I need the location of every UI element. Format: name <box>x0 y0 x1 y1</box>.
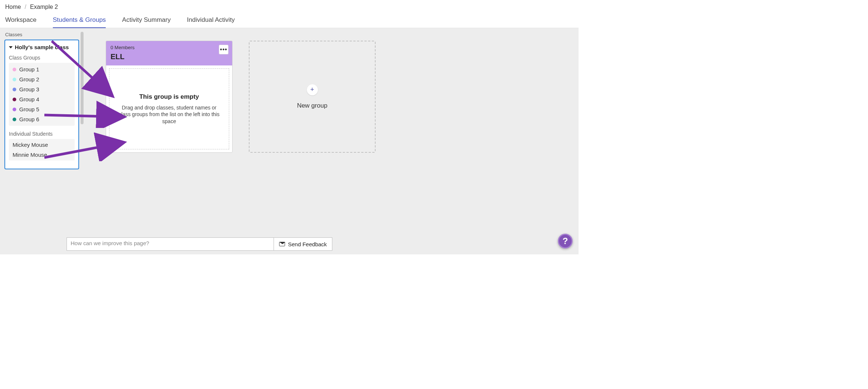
plus-icon: + <box>307 84 318 95</box>
group-label: Group 6 <box>19 116 39 122</box>
list-item[interactable]: Group 3 <box>9 84 75 94</box>
breadcrumb-separator: / <box>25 4 26 10</box>
tab-individual-activity[interactable]: Individual Activity <box>187 14 235 28</box>
class-toggle[interactable]: Holly's sample class <box>9 44 75 50</box>
color-swatch <box>13 78 16 81</box>
class-groups-list: Group 1 Group 2 Group 3 Group 4 Group 5 <box>9 63 75 126</box>
tabs: Workspace Students & Groups Activity Sum… <box>0 13 579 28</box>
class-groups-label: Class Groups <box>9 55 75 61</box>
color-swatch <box>13 118 16 121</box>
list-item[interactable]: Group 2 <box>9 74 75 84</box>
send-feedback-button[interactable]: Send Feedback <box>274 237 332 251</box>
feedback-input[interactable] <box>67 237 274 251</box>
empty-subtitle: Drag and drop classes, student names or … <box>115 104 223 125</box>
class-panel: Holly's sample class Class Groups Group … <box>4 40 79 169</box>
member-count: 0 Members <box>111 45 228 50</box>
group-header: 0 Members ELL ••• <box>106 41 232 65</box>
color-swatch <box>13 68 16 71</box>
new-group-button[interactable]: + New group <box>249 41 376 153</box>
tab-workspace[interactable]: Workspace <box>5 14 37 28</box>
content-area: 0 Members ELL ••• This group is empty Dr… <box>84 28 579 254</box>
breadcrumb: Home / Example 2 <box>0 0 579 13</box>
list-item[interactable]: Mickey Mouse <box>9 140 75 150</box>
list-item[interactable]: Group 4 <box>9 94 75 104</box>
send-feedback-label: Send Feedback <box>288 241 327 247</box>
breadcrumb-current: Example 2 <box>30 4 58 10</box>
mail-icon <box>279 242 285 246</box>
color-swatch <box>13 88 16 91</box>
list-item[interactable]: Minnie Mouse <box>9 150 75 160</box>
color-swatch <box>13 108 16 111</box>
group-name: ELL <box>111 53 228 61</box>
sidebar-title: Classes <box>4 31 79 40</box>
more-button[interactable]: ••• <box>219 45 228 54</box>
tab-activity-summary[interactable]: Activity Summary <box>122 14 170 28</box>
group-label: Group 2 <box>19 76 39 82</box>
color-swatch <box>13 98 16 101</box>
feedback-bar: Send Feedback <box>67 237 332 251</box>
group-label: Group 5 <box>19 106 39 112</box>
help-button[interactable]: ? <box>558 234 573 248</box>
list-item[interactable]: Group 1 <box>9 64 75 74</box>
breadcrumb-home[interactable]: Home <box>5 4 21 10</box>
class-name: Holly's sample class <box>15 44 69 50</box>
scrollbar[interactable] <box>81 32 84 124</box>
tab-students-groups[interactable]: Students & Groups <box>53 14 106 28</box>
group-label: Group 4 <box>19 96 39 102</box>
more-icon: ••• <box>220 46 227 53</box>
individual-students-list: Mickey Mouse Minnie Mouse <box>9 139 75 160</box>
empty-title: This group is empty <box>139 93 199 101</box>
individual-students-label: Individual Students <box>9 131 75 137</box>
list-item[interactable]: Group 6 <box>9 114 75 124</box>
new-group-label: New group <box>297 102 327 109</box>
chevron-down-icon <box>9 46 13 48</box>
sidebar: Classes Holly's sample class Class Group… <box>0 28 84 254</box>
group-label: Group 3 <box>19 86 39 92</box>
list-item[interactable]: Group 5 <box>9 104 75 114</box>
help-icon: ? <box>563 236 568 246</box>
group-card: 0 Members ELL ••• This group is empty Dr… <box>106 41 233 153</box>
group-dropzone[interactable]: This group is empty Drag and drop classe… <box>109 68 229 149</box>
group-label: Group 1 <box>19 66 39 72</box>
